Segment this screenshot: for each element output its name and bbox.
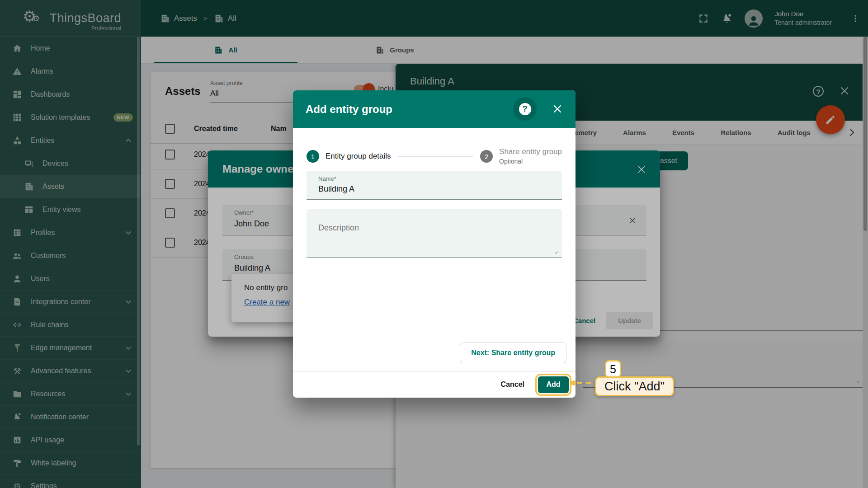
name-input[interactable] bbox=[318, 184, 550, 194]
add-dialog-title: Add entity group bbox=[306, 103, 392, 116]
thingsboard-app: ⚙⚙ ThingsBoard Professional HomeAlarmsDa… bbox=[0, 0, 868, 488]
step-2-label: Share entity group bbox=[499, 147, 562, 156]
close-icon[interactable] bbox=[552, 103, 563, 114]
resize-handle-icon bbox=[552, 248, 558, 254]
annotation-instruction: Click "Add" bbox=[595, 376, 674, 396]
stepper: 1 Entity group details 2 Share entity gr… bbox=[307, 144, 562, 169]
name-label: Name* bbox=[318, 175, 550, 182]
add-entity-group-dialog: Add entity group ? 1 Entity group detail… bbox=[293, 90, 576, 398]
annotation-step-number: 5 bbox=[605, 360, 621, 378]
cancel-button[interactable]: Cancel bbox=[501, 380, 524, 389]
step-2-number: 2 bbox=[480, 150, 493, 163]
help-icon[interactable]: ? bbox=[513, 97, 537, 121]
step-2[interactable]: 2 Share entity group Optional bbox=[480, 147, 562, 166]
name-field: Name* bbox=[307, 171, 562, 200]
step-1-number: 1 bbox=[307, 150, 319, 163]
description-input[interactable] bbox=[307, 209, 562, 257]
annotation-connector-dot bbox=[571, 380, 576, 385]
step-1-label: Entity group details bbox=[326, 152, 391, 161]
description-field bbox=[307, 209, 562, 258]
next-share-entity-group-button[interactable]: Next: Share entity group bbox=[460, 343, 566, 363]
step-2-optional: Optional bbox=[499, 158, 562, 166]
stepper-connector bbox=[398, 156, 473, 157]
annotation-connector-line bbox=[577, 382, 597, 384]
add-button[interactable]: Add bbox=[538, 376, 569, 393]
step-1[interactable]: 1 Entity group details bbox=[307, 150, 391, 163]
